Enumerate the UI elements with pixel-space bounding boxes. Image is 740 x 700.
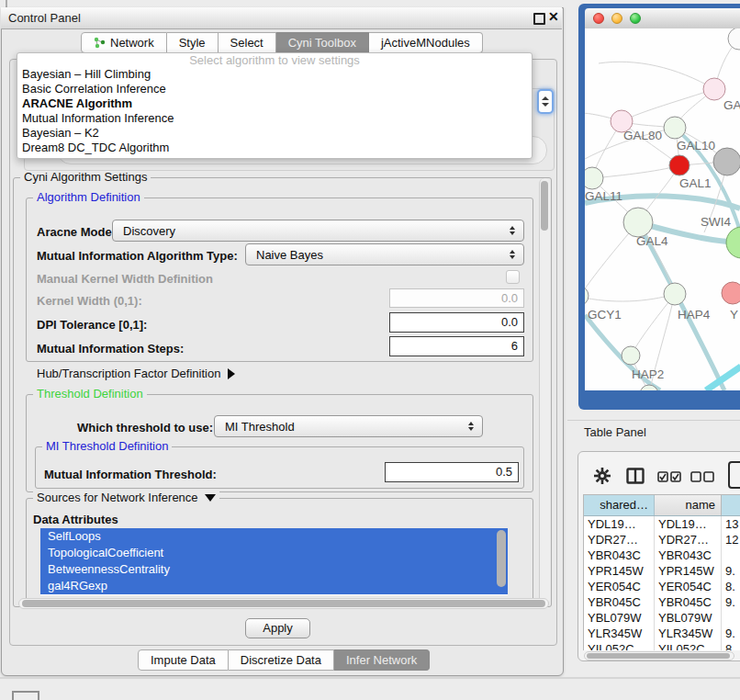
algorithm-option[interactable]: Mutual Information Inference	[17, 111, 532, 126]
attributes-scrollbar-thumb[interactable]	[497, 530, 506, 587]
window-notch	[6, 0, 7, 7]
data-attributes-label: Data Attributes	[33, 513, 118, 526]
mi-steps-input[interactable]: 6	[389, 336, 524, 356]
table-panel-divider	[567, 420, 740, 421]
table-row[interactable]: YDL19…YDL19…13	[584, 516, 740, 532]
threshold-definition-legend: Threshold Definition	[33, 388, 147, 401]
dpi-tolerance-input[interactable]: 0.0	[389, 312, 524, 333]
table-row[interactable]: YLR345WYLR345W9.	[584, 626, 740, 641]
network-node[interactable]	[703, 78, 725, 100]
settings-hscrollbar[interactable]	[18, 598, 549, 609]
mi-algorithm-type-label: Mutual Information Algorithm Type:	[37, 249, 238, 263]
network-node-gal10[interactable]	[664, 117, 686, 139]
kernel-width-input[interactable]: 0.0	[389, 288, 524, 308]
table-row[interactable]: YDR27…YDR27…12	[584, 532, 740, 548]
table-hscrollbar[interactable]	[584, 651, 734, 660]
attribute-item-selected[interactable]: BetweennessCentrality	[40, 561, 508, 578]
algorithm-option[interactable]: Bayesian – Hill Climbing	[17, 67, 532, 82]
node-label: GAL80	[623, 129, 662, 142]
close-icon[interactable]: ✕	[548, 9, 559, 24]
bottom-left-partial-box[interactable]	[12, 691, 39, 700]
tab-label: Infer Network	[346, 653, 417, 667]
aracne-mode-value: Discovery	[113, 224, 505, 238]
network-node-gcy1[interactable]	[585, 286, 589, 306]
spinner-down-icon	[542, 103, 549, 107]
table-row[interactable]: YBR045CYBR045C9.	[584, 594, 740, 610]
network-node-hap2[interactable]	[622, 346, 640, 365]
dpi-tolerance-label: DPI Tolerance [0,1]:	[37, 318, 147, 332]
table-row[interactable]: YBL079WYBL079W	[584, 610, 740, 626]
hub-factor-label: Hub/Transcription Factor Definition	[37, 367, 220, 380]
tab-style[interactable]: Style	[167, 32, 219, 53]
tab-jactivemnodules[interactable]: jActiveMNodules	[369, 32, 483, 53]
tab-cyni-toolbox[interactable]: Cyni Toolbox	[276, 32, 369, 53]
algorithm-option[interactable]: Basic Correlation Inference	[17, 82, 532, 96]
network-node-hap4[interactable]	[664, 283, 686, 305]
tab-infer-network[interactable]: Infer Network	[334, 649, 430, 671]
settings-hscrollbar-thumb[interactable]	[22, 600, 545, 607]
node-table[interactable]: shared… name YDL19…YDL19…13 YDR27…YDR27……	[583, 494, 740, 650]
manual-kernel-checkbox[interactable]	[506, 270, 520, 284]
algorithm-definition-legend: Algorithm Definition	[33, 191, 144, 204]
network-node-gal11[interactable]	[585, 167, 603, 189]
which-threshold-value: MI Threshold	[215, 420, 464, 434]
algorithm-option[interactable]: Bayesian – K2	[17, 126, 532, 141]
mi-threshold-definition-legend: MI Threshold Definition	[42, 440, 172, 453]
column-header-shared-name[interactable]: shared…	[584, 495, 655, 515]
float-window-icon[interactable]	[533, 13, 545, 25]
settings-scrollbar-thumb[interactable]	[541, 181, 548, 231]
mi-threshold-input[interactable]: 0.5	[385, 462, 519, 482]
network-node[interactable]	[722, 282, 740, 304]
network-node[interactable]	[728, 28, 740, 50]
algorithm-option[interactable]: Dream8 DC_TDC Algorithm	[17, 141, 532, 155]
partial-toolbar-icon[interactable]	[728, 461, 740, 489]
expander-arrow-icon	[228, 368, 235, 379]
minimize-traffic-light-icon[interactable]	[611, 13, 622, 24]
table-hscrollbar-thumb[interactable]	[587, 653, 730, 659]
zoom-traffic-light-icon[interactable]	[630, 13, 641, 24]
table-header-row: shared… name	[584, 495, 740, 516]
algorithm-dropdown-popup: Select algorithm to view settings Bayesi…	[17, 52, 533, 159]
network-node-gal4[interactable]	[623, 208, 653, 237]
algorithm-option-selected[interactable]: ARACNE Algorithm	[17, 96, 532, 111]
unchecked-pair-icon[interactable]	[690, 471, 714, 482]
network-view-canvas[interactable]: GAL GAL80 GAL10 GAL1 GAL11 SWI4 GAL4 GCY…	[585, 28, 740, 390]
aracne-mode-combo[interactable]: Discovery	[112, 220, 524, 242]
attribute-item-selected[interactable]: TopologicalCoefficient	[40, 545, 508, 561]
tab-network[interactable]: Network	[81, 32, 167, 53]
column-header-partial[interactable]	[722, 495, 740, 515]
network-window-titlebar[interactable]	[585, 8, 740, 29]
manual-kernel-label: Manual Kernel Width Definition	[37, 272, 213, 286]
which-threshold-combo[interactable]: MI Threshold	[214, 415, 483, 437]
columns-icon[interactable]	[626, 468, 645, 484]
tab-select[interactable]: Select	[219, 32, 276, 53]
mi-algorithm-type-combo[interactable]: Naive Bayes	[245, 243, 524, 265]
settings-scrollbar[interactable]	[539, 178, 550, 604]
network-node-gal1[interactable]	[669, 155, 690, 175]
control-panel-titlebar[interactable]	[1, 7, 562, 29]
gear-icon[interactable]	[593, 467, 611, 485]
hub-factor-expander[interactable]: Hub/Transcription Factor Definition	[37, 367, 235, 380]
attribute-item-selected[interactable]: SelfLoops	[40, 528, 508, 545]
tab-label: Network	[110, 36, 154, 50]
table-row[interactable]: YPR145WYPR145W9.	[584, 563, 740, 579]
screen: Control Panel ✕ Network Style Select Cyn…	[0, 0, 740, 700]
column-header-name[interactable]: name	[655, 495, 722, 515]
attribute-item-selected[interactable]: gal4RGexp	[40, 578, 508, 594]
node-label: Y	[730, 308, 738, 322]
tab-label: Select	[230, 36, 263, 50]
checked-pair-icon[interactable]	[657, 471, 681, 482]
cyni-settings-legend: Cyni Algorithm Settings	[20, 171, 151, 184]
table-row[interactable]: YBR043CYBR043C	[584, 548, 740, 563]
close-traffic-light-icon[interactable]	[593, 13, 604, 24]
network-node-swi4[interactable]	[726, 227, 740, 258]
tab-impute-data[interactable]: Impute Data	[138, 649, 229, 671]
apply-button[interactable]: Apply	[245, 618, 310, 638]
network-node[interactable]	[713, 148, 740, 175]
tab-discretize-data[interactable]: Discretize Data	[229, 649, 334, 671]
table-row[interactable]: YIL052CYIL052C8.	[584, 641, 740, 650]
algorithm-combo-spinner[interactable]	[537, 89, 554, 114]
table-row[interactable]: YER054CYER054C8.	[584, 579, 740, 594]
tab-label: Impute Data	[151, 653, 216, 667]
sources-legend[interactable]: Sources for Network Inference	[33, 491, 219, 504]
